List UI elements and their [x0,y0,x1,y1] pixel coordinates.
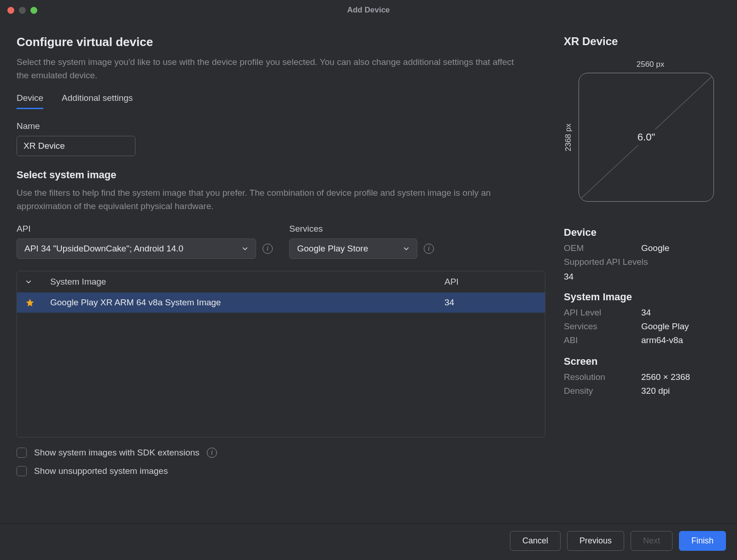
resolution-value: 2560 × 2368 [641,372,690,382]
show-unsupported-checkbox[interactable]: Show unsupported system images [17,466,545,476]
table-header: System Image API [17,271,545,292]
checkbox-icon [17,466,27,476]
row-image-name: Google Play XR ARM 64 v8a System Image [50,298,445,308]
checkbox-label: Show system images with SDK extensions [34,448,199,458]
api-info-icon[interactable]: i [263,244,273,254]
density-value: 320 dpi [641,386,670,396]
chevron-down-icon [403,245,409,252]
screen-section-title: Screen [564,356,720,368]
finish-button[interactable]: Finish [679,531,726,551]
services-filter-dropdown[interactable]: Google Play Store [289,239,417,259]
abi-label: ABI [564,335,641,345]
preview-height: 2368 px [564,123,573,152]
titlebar: Add Device [0,0,737,20]
services-filter-label: Services [289,224,434,234]
screen-outline: 6.0" [579,73,714,202]
star-icon [25,298,35,307]
dialog-footer: Cancel Previous Next Finish [0,523,737,560]
services-value: Google Play [641,321,689,332]
tab-bar: Device Additional settings [17,93,545,109]
services-filter-value: Google Play Store [297,244,368,254]
diagonal-size: 6.0" [633,129,660,145]
api-filter-value: API 34 "UpsideDownCake"; Android 14.0 [24,244,183,254]
window-controls [7,7,37,14]
cancel-button[interactable]: Cancel [510,531,561,551]
oem-label: OEM [564,243,641,253]
name-label: Name [17,121,545,131]
density-label: Density [564,386,641,396]
select-image-title: Select system image [17,169,545,181]
services-info-icon[interactable]: i [424,244,434,254]
minimize-icon [19,7,26,14]
services-label: Services [564,321,641,332]
abi-value: arm64-v8a [641,335,683,345]
select-image-description: Use the filters to help find the system … [17,187,514,213]
row-api: 34 [445,298,537,308]
window-title: Add Device [347,6,390,15]
checkbox-icon [17,448,27,458]
sdk-ext-info-icon[interactable]: i [207,448,217,458]
page-title: Configure virtual device [17,35,545,49]
close-icon[interactable] [7,7,14,14]
tab-additional-settings[interactable]: Additional settings [62,93,133,109]
oem-value: Google [641,243,669,253]
device-section-title: Device [564,227,720,239]
device-details-panel: XR Device 2560 px 2368 px 6.0" Device OE… [564,35,720,523]
resolution-label: Resolution [564,372,641,382]
column-api: API [445,277,537,287]
previous-button[interactable]: Previous [567,531,624,551]
api-filter-label: API [17,224,273,234]
next-button: Next [631,531,673,551]
checkbox-label: Show unsupported system images [34,466,168,476]
show-sdk-extensions-checkbox[interactable]: Show system images with SDK extensions i [17,448,545,458]
device-name-input[interactable] [17,136,135,156]
table-row[interactable]: Google Play XR ARM 64 v8a System Image 3… [17,292,545,313]
api-levels-value: 34 [564,272,720,282]
preview-width: 2560 px [580,60,720,69]
chevron-down-icon [242,245,248,252]
api-level-value: 34 [641,308,651,318]
system-image-table: System Image API Google Play XR ARM 64 v… [17,271,545,438]
api-filter-dropdown[interactable]: API 34 "UpsideDownCake"; Android 14.0 [17,239,256,259]
device-preview: 2560 px 2368 px 6.0" [564,56,720,202]
api-levels-label: Supported API Levels [564,257,648,267]
api-level-label: API Level [564,308,641,318]
maximize-icon[interactable] [30,7,37,14]
system-image-section-title: System Image [564,291,720,303]
chevron-down-icon[interactable] [25,279,32,285]
device-preview-title: XR Device [564,35,720,48]
tab-device[interactable]: Device [17,93,43,109]
column-system-image: System Image [50,277,445,287]
page-subtitle: Select the system image you'd like to us… [17,56,514,82]
